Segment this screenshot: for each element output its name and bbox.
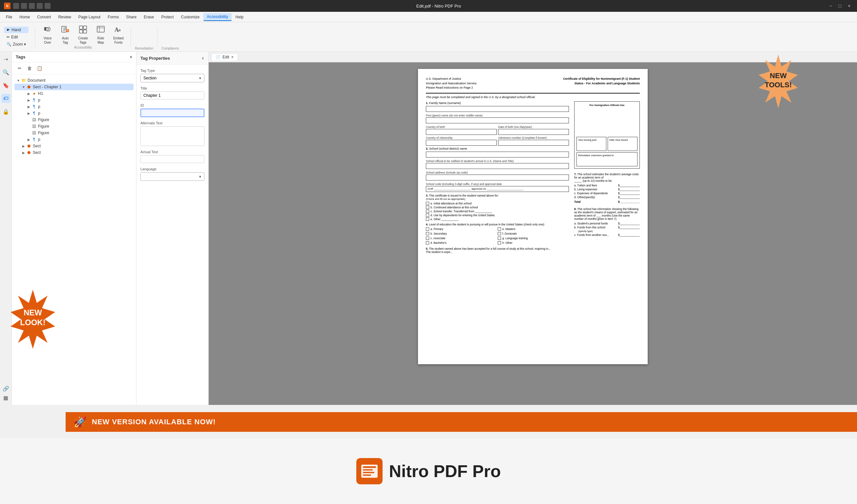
tags-properties-btn[interactable]: 📋: [35, 64, 43, 72]
tree-item-figure3[interactable]: 🖼 Figure: [14, 130, 134, 136]
tree-item-sect1[interactable]: ▶ ⬟ Sect: [14, 143, 134, 149]
expand-sect1[interactable]: ▶: [21, 144, 26, 149]
menu-help[interactable]: Help: [232, 14, 247, 21]
minimize-button[interactable]: −: [827, 2, 835, 10]
menu-share[interactable]: Share: [123, 14, 140, 21]
sidebar-grid-icon[interactable]: ▦: [1, 393, 11, 402]
menu-accessibility[interactable]: Accessibility: [203, 13, 231, 21]
properties-back-button[interactable]: ‹: [201, 54, 204, 62]
auto-tag-button[interactable]: T Auto Tag: [57, 23, 73, 46]
tree-item-sect2[interactable]: ▶ ⬟ Sect: [14, 149, 134, 156]
embed-fonts-line2: Fonts: [115, 41, 123, 44]
hand-icon: ☛: [6, 28, 10, 32]
voice-over-button[interactable]: Voice Over: [39, 23, 56, 46]
sidebar-link-icon[interactable]: 🔗: [1, 384, 11, 393]
voice-over-line1: Voice: [44, 36, 51, 40]
tree-item-h1[interactable]: ▶ ● H1: [14, 90, 134, 97]
pdf-col-citizenship: Country of citizenship: [426, 136, 497, 147]
pdf-field-address: School address (include zip code): [426, 171, 569, 181]
figure2-label: Figure: [38, 124, 49, 129]
menu-page-layout[interactable]: Page Layout: [75, 14, 104, 21]
title-input[interactable]: [140, 91, 204, 99]
doc-content: U.S. Department of Justice Immigration a…: [209, 62, 857, 405]
sidebar-nav-icon[interactable]: ⇢: [1, 54, 11, 64]
pdf-cb-transfer: c. School transfer. Transferred from ___…: [426, 210, 569, 213]
tree-item-figure2[interactable]: 🖼 Figure: [14, 123, 134, 130]
menu-customize[interactable]: Customize: [178, 14, 203, 21]
menu-review[interactable]: Review: [55, 14, 74, 21]
svg-rect-0: [44, 27, 46, 31]
expand-p4[interactable]: ▶: [26, 137, 32, 142]
remediation-label: Remediation: [135, 47, 153, 51]
hand-tool-button[interactable]: ☛ Hand: [4, 27, 29, 33]
maximize-button[interactable]: □: [836, 2, 844, 10]
cb-dep-icon: [426, 214, 429, 217]
id-input[interactable]: [140, 108, 204, 117]
main-toolbar: ☛ Hand ✏ Edit 🔍 Zoom ▾ Voice: [0, 22, 857, 52]
language-select[interactable]: en-US en-GB fr-FR de-DE: [140, 172, 204, 181]
expand-p3[interactable]: ▶: [26, 111, 32, 116]
pdf-first-name-box: [426, 117, 569, 123]
tag-type-select[interactable]: Section H1 H2 P Figure Table: [140, 74, 204, 82]
expand-document[interactable]: ▼: [16, 78, 21, 83]
support-list: a. Student's personal funds$____________…: [574, 222, 640, 237]
actual-text-input[interactable]: [140, 155, 204, 163]
tree-item-p2[interactable]: ▶ ¶ p: [14, 103, 134, 110]
menu-convert[interactable]: Convert: [34, 14, 54, 21]
sidebar-lock-icon[interactable]: 🔒: [1, 107, 11, 116]
expand-p1[interactable]: ▶: [26, 98, 32, 103]
figure3-icon: 🖼: [32, 130, 37, 135]
document-label: Document: [28, 78, 46, 83]
tree-item-p3[interactable]: ▶ ¶ p: [14, 110, 134, 117]
menu-home[interactable]: Home: [16, 14, 33, 21]
expand-fig1: [26, 117, 32, 122]
auto-tag-line2: Tag: [63, 41, 68, 44]
expand-sect2[interactable]: ▶: [21, 150, 26, 155]
menu-erase[interactable]: Erase: [140, 14, 157, 21]
alt-text-input[interactable]: [140, 126, 204, 146]
pdf-instruction: This page must be completed and signed i…: [426, 96, 640, 99]
menu-forms[interactable]: Forms: [104, 14, 122, 21]
visa-post-box: Visa issuing post: [576, 137, 606, 151]
tags-edit-btn[interactable]: ✏: [16, 64, 23, 72]
tags-delete-btn[interactable]: 🗑: [26, 64, 33, 72]
tree-item-p1[interactable]: ▶ ¶ p: [14, 97, 134, 103]
tree-item-sect-chapter1[interactable]: ▼ ⬟ Sect - Chapter 1: [14, 84, 134, 90]
sidebar-bottom: 🔗 ▦: [1, 384, 11, 402]
properties-content: Tag Type Section H1 H2 P Figure Table ▼ …: [136, 65, 208, 405]
menu-file[interactable]: File: [3, 14, 15, 21]
brand-name: Nitro PDF Pro: [389, 461, 501, 481]
sect1-label: Sect: [33, 144, 41, 148]
embed-fonts-button[interactable]: A a Embed Fonts: [110, 23, 127, 46]
sidebar-tags-icon[interactable]: 🏷: [1, 94, 11, 103]
svg-text:NEW: NEW: [23, 308, 42, 317]
expand-h1[interactable]: ▶: [26, 91, 32, 96]
tree-item-figure1[interactable]: 🖼 Figure: [14, 117, 134, 123]
hand-label: Hand: [12, 28, 21, 32]
expand-p2[interactable]: ▶: [26, 104, 32, 109]
doc-tab-close[interactable]: ×: [231, 55, 234, 60]
close-button[interactable]: ×: [845, 2, 853, 10]
create-tags-button[interactable]: Create Tags: [75, 23, 91, 46]
tree-item-p4[interactable]: ▶ ¶ p: [14, 136, 134, 143]
svg-rect-18: [363, 469, 373, 471]
role-map-button[interactable]: Role Map: [93, 23, 109, 46]
tree-item-document[interactable]: ▼ 📁 Document: [14, 77, 134, 84]
sidebar-bookmark-icon[interactable]: 🔖: [1, 81, 11, 90]
pdf-section-7: 7. This school estimates the student's a…: [574, 173, 640, 203]
app-logo: N: [4, 3, 11, 9]
cb-transfer-icon: [426, 210, 429, 213]
edit-tool-button[interactable]: ✏ Edit: [4, 34, 29, 40]
menu-protect[interactable]: Protect: [158, 14, 177, 21]
create-tags-icon: [79, 24, 88, 36]
zoom-tool-button[interactable]: 🔍 Zoom ▾: [4, 41, 29, 48]
tags-header-close[interactable]: ×: [130, 54, 132, 60]
sidebar-search-icon[interactable]: 🔍: [1, 68, 11, 77]
pdf-edu-doctorate: f. Doctorate: [498, 232, 569, 235]
create-tags-line1: Create: [78, 36, 88, 40]
doc-tab-edit[interactable]: 📄 Edit ×: [211, 53, 238, 61]
p3-icon: ¶: [32, 111, 37, 116]
expand-sect-ch1[interactable]: ▼: [21, 84, 26, 89]
pdf-ins: Immigration and Naturalization Service: [426, 81, 477, 86]
compliance-label: Compliance: [162, 47, 179, 51]
